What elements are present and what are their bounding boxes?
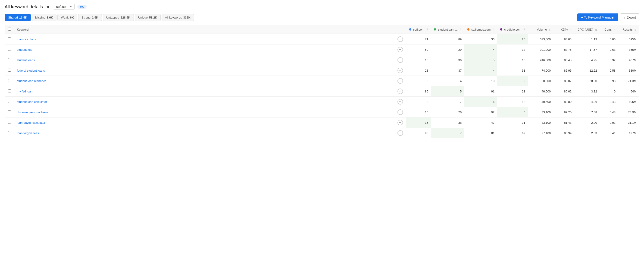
tab-strong[interactable]: Strong 1.5K: [78, 14, 102, 21]
studentloan-sort-icon[interactable]: ⇅: [460, 28, 462, 31]
row-checkbox-4[interactable]: [8, 79, 11, 82]
th-add: [395, 25, 406, 34]
tab-untapped[interactable]: Untapped 228.5K: [103, 14, 134, 21]
row-checkbox-5[interactable]: [8, 89, 11, 93]
salliemae-sort-icon[interactable]: ⇅: [492, 28, 494, 31]
add-to-list-button[interactable]: +: [398, 109, 403, 115]
row-checkbox-6[interactable]: [8, 100, 11, 103]
tab-weak[interactable]: Weak 6K: [58, 14, 77, 21]
tab-label-missing: Missing: [35, 16, 45, 19]
row-checkbox-8[interactable]: [8, 121, 11, 124]
add-to-list-button[interactable]: +: [398, 36, 403, 42]
export-button[interactable]: ↑ Export: [620, 14, 639, 21]
row-checkbox-cell[interactable]: [5, 107, 14, 118]
credible-rank-cell: 21: [497, 86, 528, 97]
select-all-header[interactable]: [5, 25, 14, 34]
keyword-table-wrapper: Keyword sofi.com ⇅ studentloanh...: [5, 25, 639, 138]
th-kd[interactable]: KD% ⇅: [554, 25, 574, 34]
add-to-list-button[interactable]: +: [398, 57, 403, 63]
row-checkbox-cell[interactable]: [5, 128, 14, 138]
keyword-link[interactable]: my fed loan: [17, 90, 32, 93]
keyword-link[interactable]: student loans: [17, 58, 35, 62]
th-sofi[interactable]: sofi.com ⇅: [406, 25, 431, 34]
th-keyword-label: Keyword: [17, 28, 29, 31]
add-to-list-button[interactable]: +: [398, 78, 403, 84]
cpc-cell: 4.95: [574, 55, 600, 65]
row-checkbox-cell[interactable]: [5, 118, 14, 128]
you-badge: You: [77, 5, 86, 9]
table-row: loan forgiveness + 96 7 81 69 27,100 86.…: [5, 128, 639, 138]
results-cell: 855M: [618, 45, 639, 55]
add-to-list-button[interactable]: +: [398, 68, 403, 73]
th-studentloan[interactable]: studentloanh... ⇅: [431, 25, 464, 34]
tab-missing[interactable]: Missing 8.6K: [32, 14, 57, 21]
select-all-checkbox[interactable]: [8, 28, 11, 31]
cpc-cell: 17.67: [574, 45, 600, 55]
keyword-link[interactable]: federal student loans: [17, 69, 45, 72]
row-checkbox-cell[interactable]: [5, 86, 14, 97]
right-actions: + To Keyword Manager ↑ Export: [577, 14, 639, 21]
row-checkbox-2[interactable]: [8, 58, 11, 61]
keyword-link[interactable]: loan forgiveness: [17, 131, 39, 135]
credible-rank-cell: 10: [497, 55, 528, 65]
salliemae-rank-cell: 10: [464, 76, 497, 86]
add-to-list-button[interactable]: +: [398, 120, 403, 125]
salliemae-rank-cell: 47: [464, 118, 497, 128]
credible-rank-cell: 25: [497, 34, 528, 45]
keyword-link[interactable]: loan payoff calculator: [17, 121, 45, 124]
add-to-list-button[interactable]: +: [398, 99, 403, 105]
keyword-link[interactable]: discover personal loans: [17, 111, 48, 114]
keyword-manager-button[interactable]: + To Keyword Manager: [577, 14, 618, 21]
row-checkbox-1[interactable]: [8, 48, 11, 51]
domain-name: sofi.com: [56, 5, 68, 9]
row-checkbox-cell[interactable]: [5, 45, 14, 55]
studentloan-rank-cell: 7: [431, 97, 464, 107]
row-checkbox-cell[interactable]: [5, 34, 14, 45]
add-cell: +: [395, 34, 406, 45]
credible-rank-cell: 18: [497, 45, 528, 55]
row-checkbox-cell[interactable]: [5, 97, 14, 107]
keyword-cell: loan forgiveness: [14, 128, 395, 138]
com-cell: 0.58: [600, 65, 618, 76]
th-salliemae[interactable]: salliemae.com ⇅: [464, 25, 497, 34]
tab-unique[interactable]: Unique 58.2K: [135, 14, 161, 21]
sofi-sort-icon[interactable]: ⇅: [426, 28, 428, 31]
row-checkbox-9[interactable]: [8, 131, 11, 134]
row-checkbox-0[interactable]: [8, 37, 11, 40]
th-credible[interactable]: credible.com ⇅: [497, 25, 528, 34]
row-checkbox-cell[interactable]: [5, 65, 14, 76]
tab-all_keywords[interactable]: All keywords 332K: [162, 14, 194, 21]
kd-cell: 87.20: [554, 107, 574, 118]
keyword-link[interactable]: student loan: [17, 48, 33, 52]
salliemae-rank-cell: 91: [464, 86, 497, 97]
page-container: All keyword details for: sofi.com ▼ You …: [0, 0, 644, 142]
row-checkbox-cell[interactable]: [5, 76, 14, 86]
volume-sort-icon: ⇅: [549, 28, 551, 31]
salliemae-rank-cell: 6: [464, 97, 497, 107]
th-results[interactable]: Results ⇅: [618, 25, 639, 34]
keyword-link[interactable]: loan calculator: [17, 38, 36, 41]
volume-cell: 27,100: [528, 128, 554, 138]
keyword-link[interactable]: student loan calculator: [17, 100, 47, 104]
volume-cell: 33,100: [528, 118, 554, 128]
tab-label-untapped: Untapped: [106, 16, 119, 19]
th-volume[interactable]: Volume ⇅: [528, 25, 554, 34]
domain-selector[interactable]: sofi.com ▼: [54, 4, 74, 10]
add-to-list-button[interactable]: +: [398, 89, 403, 94]
kd-cell: 85.95: [554, 65, 574, 76]
th-com[interactable]: Com. ⇅: [600, 25, 618, 34]
add-to-list-button[interactable]: +: [398, 130, 403, 136]
keyword-link[interactable]: student loan refinance: [17, 79, 46, 83]
studentloan-rank-cell: 5: [431, 86, 464, 97]
sofi-rank-cell: 50: [406, 45, 431, 55]
table-header-row: Keyword sofi.com ⇅ studentloanh...: [5, 25, 639, 34]
tab-shared[interactable]: Shared 13.5K: [5, 14, 31, 21]
row-checkbox-cell[interactable]: [5, 55, 14, 65]
row-checkbox-7[interactable]: [8, 110, 11, 113]
row-checkbox-3[interactable]: [8, 69, 11, 72]
add-to-list-button[interactable]: +: [398, 47, 403, 52]
credible-sort-icon[interactable]: ⇅: [523, 28, 525, 31]
studentloan-rank-cell: 36: [431, 55, 464, 65]
th-cpc[interactable]: CPC (USD) ⇅: [574, 25, 600, 34]
results-cell: 195M: [618, 97, 639, 107]
